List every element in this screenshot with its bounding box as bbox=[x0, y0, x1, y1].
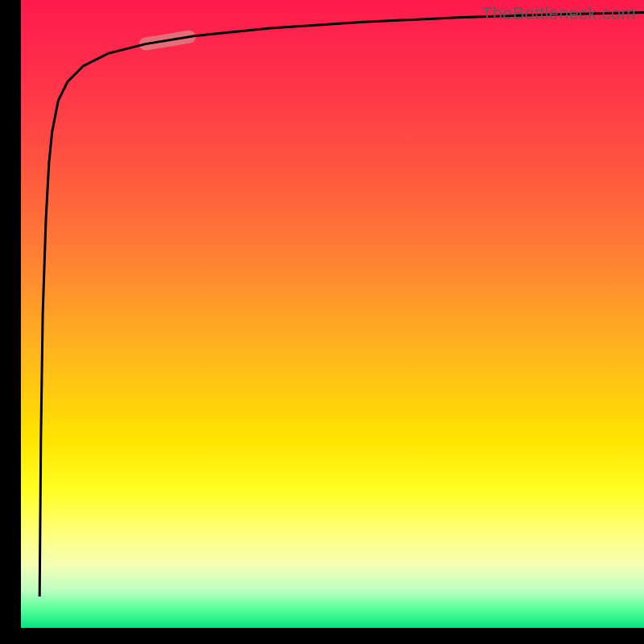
bottleneck-curve bbox=[39, 13, 644, 597]
chart-container: TheBottleneck.com bbox=[0, 0, 644, 644]
y-axis-strip bbox=[0, 0, 21, 628]
watermark-text: TheBottleneck.com bbox=[481, 3, 636, 24]
x-axis-strip bbox=[0, 628, 644, 644]
curve-layer bbox=[21, 0, 644, 628]
